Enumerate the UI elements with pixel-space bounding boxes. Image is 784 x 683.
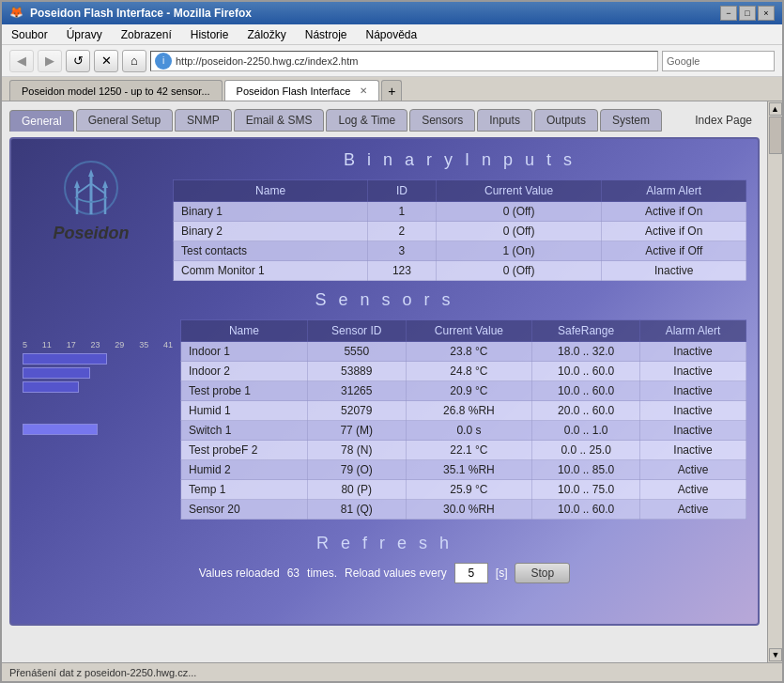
svg-line-5 (92, 184, 105, 194)
binary-id-cell: 3 (368, 241, 437, 261)
poseidon-trident-icon (49, 158, 133, 224)
sensor-safe-range-cell: 10.0 .. 85.0 (532, 460, 640, 480)
search-box[interactable]: Google (662, 51, 775, 71)
tab-2-close-icon[interactable]: ✕ (360, 85, 367, 96)
tab-email-sms[interactable]: Email & SMS (234, 109, 325, 132)
sensors-table-container: Name Sensor ID Current Value SafeRange A… (180, 319, 746, 520)
sensor-name-cell: Temp 1 (181, 480, 308, 500)
sensor-alarm-cell: Inactive (640, 362, 746, 381)
sensor-col-alarm: Alarm Alert (640, 320, 746, 342)
tab-sensors[interactable]: Sensors (409, 109, 475, 132)
binary-id-cell: 2 (368, 222, 437, 241)
svg-line-4 (77, 184, 90, 194)
sensor-value-cell: 30.0 %RH (406, 500, 531, 520)
menu-historie[interactable]: Historie (185, 26, 235, 43)
menu-upravy[interactable]: Úpravy (61, 26, 108, 43)
minimize-button[interactable]: − (720, 6, 737, 21)
page-content: General General Setup SNMP Email & SMS L… (2, 101, 767, 662)
sensor-id-cell: 5550 (307, 342, 406, 362)
gauge-bar (23, 424, 173, 435)
sensor-id-cell: 52079 (307, 401, 406, 421)
sensor-alarm-cell: Inactive (640, 421, 746, 441)
svg-marker-6 (88, 169, 94, 177)
reload-every-label: Reload values every (345, 567, 447, 580)
sensor-value-cell: 24.8 °C (406, 362, 531, 381)
firefox-icon: 🦊 (9, 6, 24, 21)
sensor-name-cell: Indoor 2 (181, 362, 308, 381)
tab-system[interactable]: System (600, 109, 662, 132)
address-bar[interactable]: i http://poseidon-2250.hwg.cz/index2.htm (150, 51, 658, 71)
tab-log-time[interactable]: Log & Time (326, 109, 407, 132)
binary-alarm-cell: Active if Off (602, 241, 746, 261)
scroll-down-arrow[interactable]: ▼ (769, 648, 782, 661)
tab-inputs[interactable]: Inputs (477, 109, 532, 132)
logo-area: Poseidon (30, 158, 152, 243)
tab-1-label: Poseidon model 1250 - up to 42 sensor... (22, 85, 210, 97)
sensor-value-cell: 20.9 °C (406, 381, 531, 401)
sensor-id-cell: 53889 (307, 362, 406, 381)
svg-marker-7 (74, 180, 80, 188)
menu-soubor[interactable]: Soubor (6, 26, 54, 43)
tab-snmp[interactable]: SNMP (175, 109, 232, 132)
binary-name-cell: Binary 2 (174, 222, 368, 241)
title-bar: 🦊 Poseidon Flash Interface - Mozilla Fir… (2, 2, 782, 24)
browser-tab-2[interactable]: Poseidon Flash Interface ✕ (224, 80, 380, 101)
binary-name-cell: Binary 1 (174, 202, 368, 222)
sensor-name-cell: Sensor 20 (181, 500, 308, 520)
gauge-bars (23, 353, 173, 477)
sensor-name-cell: Humid 2 (181, 460, 308, 480)
sensor-safe-range-cell: 20.0 .. 60.0 (532, 401, 640, 421)
refresh-button[interactable]: ↺ (66, 50, 90, 72)
binary-alarm-cell: Active if On (602, 202, 746, 222)
sensor-alarm-cell: Inactive (640, 441, 746, 460)
menu-napoveda[interactable]: Nápověda (360, 26, 423, 43)
sensors-section: S e n s o r s 5 11 17 23 29 35 41 (23, 290, 746, 520)
browser-tab-1[interactable]: Poseidon model 1250 - up to 42 sensor... (9, 80, 223, 101)
gauge-bar (23, 466, 173, 477)
svg-marker-8 (102, 180, 108, 188)
nav-bar: ◀ ▶ ↺ ✕ ⌂ i http://poseidon-2250.hwg.cz/… (2, 45, 782, 77)
home-button[interactable]: ⌂ (122, 50, 146, 72)
gauge-bar (23, 367, 173, 379)
scroll-thumb[interactable] (769, 116, 782, 154)
binary-inputs-title: B i n a r y I n p u t s (173, 150, 746, 170)
sensor-alarm-cell: Inactive (640, 401, 746, 421)
sensor-name-cell: Indoor 1 (181, 342, 308, 362)
list-item: Switch 1 77 (M) 0.0 s 0.0 .. 1.0 Inactiv… (181, 421, 746, 441)
status-text: Přenášení dat z poseidon-2250.hwg.cz... (9, 667, 196, 678)
back-button[interactable]: ◀ (9, 50, 34, 72)
refresh-interval-input[interactable] (454, 563, 488, 583)
close-button[interactable]: × (758, 6, 775, 21)
stop-nav-button[interactable]: ✕ (94, 50, 118, 72)
maximize-button[interactable]: □ (739, 6, 756, 21)
table-row: Test contacts 3 1 (On) Active if Off (174, 241, 746, 261)
menu-nastroje[interactable]: Nástroje (300, 26, 353, 43)
window-controls: − □ × (720, 6, 775, 21)
tab-general-setup[interactable]: General Setup (76, 109, 173, 132)
refresh-row: Values reloaded 63 times. Reload values … (23, 563, 746, 583)
binary-inputs-table: Name ID Current Value Alarm Alert Binary… (173, 179, 746, 281)
binary-col-value: Current Value (436, 180, 602, 202)
table-row: Comm Monitor 1 123 0 (Off) Inactive (174, 261, 746, 281)
sensor-value-cell: 25.9 °C (406, 480, 531, 500)
list-item: Sensor 20 81 (Q) 30.0 %RH 10.0 .. 60.0 A… (181, 500, 746, 520)
sensor-name-cell: Switch 1 (181, 421, 308, 441)
gauge-bar (23, 410, 173, 421)
forward-button[interactable]: ▶ (38, 50, 62, 72)
menu-zobrazeni[interactable]: Zobrazení (115, 26, 177, 43)
tab-outputs[interactable]: Outputs (534, 109, 598, 132)
search-provider: Google (667, 55, 699, 67)
scroll-up-arrow[interactable]: ▲ (769, 102, 782, 116)
new-tab-button[interactable]: + (381, 80, 402, 101)
gauge-bar (23, 353, 173, 365)
sensor-safe-range-cell: 10.0 .. 60.0 (532, 381, 640, 401)
scrollbar[interactable]: ▲ ▼ (767, 101, 782, 662)
browser-window: 🦊 Poseidon Flash Interface - Mozilla Fir… (0, 0, 784, 683)
sensor-safe-range-cell: 10.0 .. 75.0 (532, 480, 640, 500)
menu-zalozky[interactable]: Záložky (241, 26, 291, 43)
stop-button[interactable]: Stop (515, 563, 570, 583)
binary-value-cell: 1 (On) (436, 241, 602, 261)
sensor-col-safe-range: SafeRange (532, 320, 640, 342)
tab-general[interactable]: General (9, 110, 74, 132)
index-page-label: Index Page (687, 110, 760, 131)
